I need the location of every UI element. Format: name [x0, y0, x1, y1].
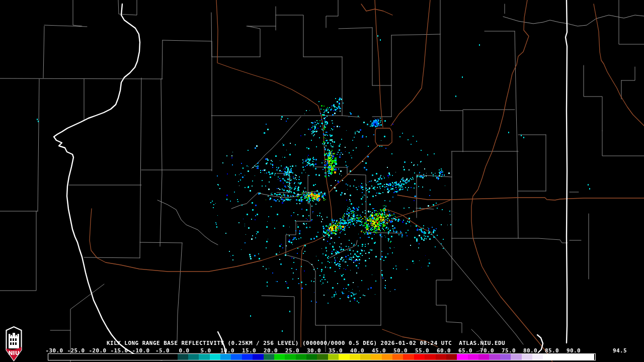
- colorbar-segment: [468, 354, 479, 360]
- colorbar-segment: [350, 354, 361, 360]
- colorbar-segment: [403, 354, 414, 360]
- colorbar-segment: [306, 354, 317, 360]
- radar-caption: KILX LONG RANGE BASE REFLECTIVITY (0.25K…: [107, 340, 505, 346]
- colorbar-segment: [242, 354, 253, 360]
- colorbar-segment: [511, 354, 522, 360]
- colorbar-segment: [178, 354, 189, 360]
- colorbar-segment: [371, 354, 382, 360]
- colorbar-segment: [382, 354, 393, 360]
- colorbar-segment: [392, 354, 404, 360]
- colorbar-segment: [436, 354, 447, 360]
- niu-logo-text: NIU: [8, 350, 19, 356]
- colorbar-tick-labels: -30.0-25.0-20.0-15.0-10.0-5.00.05.010.01…: [0, 347, 644, 353]
- colorbar-segment: [296, 354, 307, 360]
- colorbar-segment: [446, 354, 457, 360]
- colorbar-tick: 94.5: [613, 347, 627, 354]
- colorbar-segment: [231, 354, 242, 360]
- reflectivity-colorbar: [48, 353, 596, 360]
- colorbar-segment: [478, 354, 490, 360]
- colorbar-segment: [274, 354, 285, 360]
- colorbar-segment: [360, 354, 371, 360]
- colorbar-segment: [522, 354, 533, 360]
- colorbar-segment: [285, 354, 296, 360]
- colorbar-segment: [210, 354, 221, 360]
- colorbar-segment: [253, 354, 264, 360]
- colorbar-segment: [220, 354, 231, 360]
- colorbar-segment: [264, 354, 275, 360]
- colorbar-segment: [188, 354, 199, 360]
- colorbar-segment: [328, 354, 339, 360]
- colorbar-segment: [543, 354, 594, 360]
- colorbar-segment: [532, 354, 543, 360]
- colorbar-segment: [489, 354, 500, 360]
- colorbar-segment: [317, 354, 328, 360]
- niu-logo: NIU: [4, 326, 24, 361]
- radar-map-canvas: [0, 0, 644, 362]
- colorbar-segment: [414, 354, 425, 360]
- colorbar-segment: [500, 354, 511, 360]
- radar-viewer-screen: KILX LONG RANGE BASE REFLECTIVITY (0.25K…: [0, 0, 644, 362]
- colorbar-segment: [199, 354, 210, 360]
- colorbar-segment: [457, 354, 468, 360]
- colorbar-segment: [339, 354, 350, 360]
- colorbar-segment: [425, 354, 436, 360]
